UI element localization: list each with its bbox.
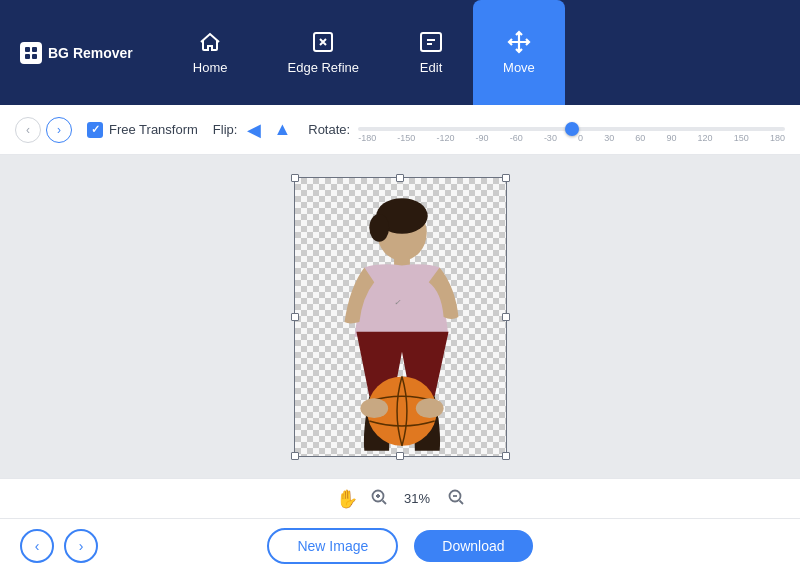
hand-tool-icon[interactable]: ✋: [336, 488, 358, 510]
next-arrow-button[interactable]: ›: [64, 529, 98, 563]
nav-edge-refine-label: Edge Refine: [288, 60, 360, 75]
edit-icon: [419, 30, 443, 54]
handle-top-right[interactable]: [502, 174, 510, 182]
prev-arrow-button[interactable]: ‹: [20, 529, 54, 563]
rotate-thumb[interactable]: [565, 122, 579, 136]
zoom-in-icon[interactable]: [370, 488, 388, 510]
flip-horizontal-button[interactable]: ◀: [245, 117, 263, 143]
svg-text:✓: ✓: [394, 298, 401, 307]
flip-section: Flip: ◀ ▲: [213, 117, 293, 143]
nav-edit-label: Edit: [420, 60, 442, 75]
flip-vertical-button[interactable]: ▲: [271, 117, 293, 142]
back-button[interactable]: ‹: [15, 117, 41, 143]
handle-middle-right[interactable]: [502, 313, 510, 321]
nav-item-edit[interactable]: Edit: [389, 0, 473, 105]
rotate-section: Rotate: -180 -150 -120 -90 -60 -30 0 30 …: [308, 117, 785, 143]
zoom-bar: ✋ 31%: [0, 478, 800, 518]
move-icon: [507, 30, 531, 54]
zoom-out-icon[interactable]: [447, 488, 465, 510]
app-title: BG Remover: [48, 45, 133, 61]
svg-rect-3: [32, 54, 37, 59]
svg-rect-0: [25, 47, 30, 52]
nav-item-home[interactable]: Home: [163, 0, 258, 105]
svg-point-12: [360, 398, 388, 418]
svg-point-13: [415, 398, 443, 418]
person-svg: ✓: [295, 178, 506, 456]
nav-arrows: ‹ ›: [20, 529, 98, 563]
nav-item-edge-refine[interactable]: Edge Refine: [258, 0, 390, 105]
rotate-label: Rotate:: [308, 122, 350, 137]
handle-bottom-center[interactable]: [396, 452, 404, 460]
nav-move-label: Move: [503, 60, 535, 75]
toolbar-nav: ‹ ›: [15, 117, 72, 143]
forward-button[interactable]: ›: [46, 117, 72, 143]
canvas-area: ✓: [0, 155, 800, 478]
nav-item-move[interactable]: Move: [473, 0, 565, 105]
svg-point-9: [369, 213, 389, 241]
free-transform-toggle[interactable]: Free Transform: [87, 122, 198, 138]
rotate-track: [358, 127, 785, 131]
home-icon: [198, 30, 222, 54]
svg-rect-2: [25, 54, 30, 59]
rotate-slider-container: -180 -150 -120 -90 -60 -30 0 30 60 90 12…: [358, 117, 785, 143]
free-transform-label: Free Transform: [109, 122, 198, 137]
app-logo: BG Remover: [10, 42, 143, 64]
logo-icon: [20, 42, 42, 64]
image-container[interactable]: ✓: [294, 177, 507, 457]
action-bar: ‹ › New Image Download: [0, 518, 800, 573]
handle-bottom-left[interactable]: [291, 452, 299, 460]
download-button[interactable]: Download: [414, 530, 532, 562]
handle-top-center[interactable]: [396, 174, 404, 182]
navbar: BG Remover Home Edge Refine Edit: [0, 0, 800, 105]
handle-bottom-right[interactable]: [502, 452, 510, 460]
zoom-level: 31%: [400, 491, 435, 506]
handle-middle-left[interactable]: [291, 313, 299, 321]
new-image-button[interactable]: New Image: [267, 528, 398, 564]
person-figure: ✓: [295, 178, 506, 456]
svg-rect-5: [421, 33, 441, 51]
main-content: ‹ › Free Transform Flip: ◀ ▲ Rotate: -18…: [0, 105, 800, 573]
toolbar: ‹ › Free Transform Flip: ◀ ▲ Rotate: -18…: [0, 105, 800, 155]
free-transform-checkbox[interactable]: [87, 122, 103, 138]
nav-items: Home Edge Refine Edit Move: [163, 0, 790, 105]
nav-home-label: Home: [193, 60, 228, 75]
handle-top-left[interactable]: [291, 174, 299, 182]
flip-label: Flip:: [213, 122, 238, 137]
edge-refine-icon: [311, 30, 335, 54]
svg-rect-1: [32, 47, 37, 52]
